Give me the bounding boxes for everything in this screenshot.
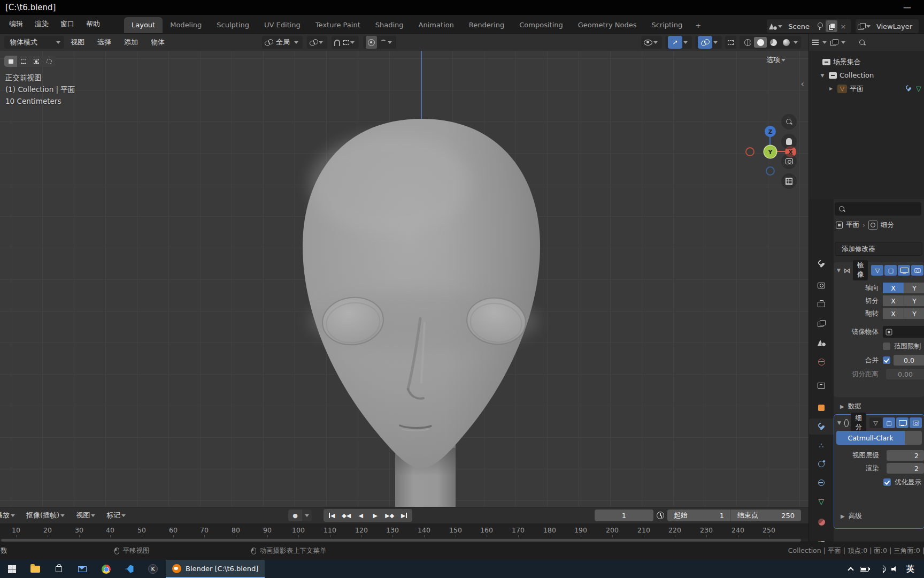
- menu-item[interactable]: 编辑: [3, 15, 29, 33]
- snapping[interactable]: [332, 36, 359, 49]
- transform-orientation[interactable]: 全局: [262, 36, 303, 49]
- gizmos-toggle[interactable]: ↗: [665, 36, 692, 49]
- edit-mode-icon[interactable]: ▢: [884, 265, 897, 276]
- file-explorer-button[interactable]: [24, 560, 47, 578]
- options-dropdown[interactable]: 选项: [766, 55, 787, 65]
- k-app-button[interactable]: K: [141, 560, 165, 578]
- proportional-editing[interactable]: [363, 36, 396, 49]
- blender-task-button[interactable]: Blender [C:\t6.blend]: [166, 560, 265, 578]
- current-frame-field[interactable]: 1: [595, 509, 653, 521]
- chrome-button[interactable]: [94, 560, 118, 578]
- data-section-header[interactable]: ▶ 数据: [834, 400, 924, 412]
- workspace-tab[interactable]: Compositing: [512, 17, 571, 33]
- circle-select-button[interactable]: [43, 56, 56, 67]
- tab-object[interactable]: [809, 400, 834, 416]
- camera-view-button[interactable]: [781, 154, 797, 169]
- jump-to-start-button[interactable]: ◀: [325, 510, 339, 521]
- viewport-menu-item[interactable]: 物体: [144, 37, 171, 47]
- volume-icon[interactable]: [891, 566, 899, 572]
- add-workspace-button[interactable]: +: [690, 18, 706, 33]
- viewport-menu-item[interactable]: 选择: [91, 37, 118, 47]
- bisect-distance-field[interactable]: 0.00: [886, 369, 924, 379]
- menu-item[interactable]: 渲染: [29, 15, 55, 33]
- outliner-row-collection[interactable]: ▼ Collection: [809, 69, 924, 82]
- box-select-new-button[interactable]: [30, 56, 43, 67]
- pan-button[interactable]: [781, 134, 797, 149]
- workspace-tab[interactable]: Rendering: [461, 17, 512, 33]
- edit-mode-icon[interactable]: ▢: [883, 417, 895, 428]
- play-reverse-button[interactable]: ◀: [353, 510, 368, 521]
- workspace-tab[interactable]: UV Editing: [257, 17, 308, 33]
- tab-modifiers[interactable]: [809, 419, 834, 435]
- store-button[interactable]: [47, 560, 71, 578]
- gizmo-z-negative[interactable]: [766, 166, 775, 176]
- clipping-checkbox[interactable]: [883, 343, 890, 350]
- tweak-select-button[interactable]: [4, 56, 17, 67]
- collapse-chevron-icon[interactable]: ▼: [836, 268, 842, 273]
- tab-physics[interactable]: [809, 456, 834, 472]
- timeline-menu-item[interactable]: 视图: [71, 511, 102, 520]
- gizmo-y-positive[interactable]: Y: [764, 146, 776, 158]
- viewport-menu-item[interactable]: 视图: [64, 37, 91, 47]
- start-button[interactable]: [0, 560, 24, 578]
- tab-particles[interactable]: ∴: [809, 437, 834, 453]
- catmull-clark-button[interactable]: Catmull-Clark: [836, 431, 905, 445]
- model-head[interactable]: [0, 51, 808, 507]
- outliner-filter-icon[interactable]: [830, 39, 838, 45]
- visibility-dropdown[interactable]: [641, 36, 662, 49]
- play-button[interactable]: ▶: [368, 510, 382, 521]
- box-select-button[interactable]: [17, 56, 30, 67]
- tab-object-data[interactable]: ▽: [809, 493, 834, 509]
- minimize-button[interactable]: —: [896, 3, 919, 12]
- mirror-object-field[interactable]: [883, 326, 924, 338]
- tab-view-layer[interactable]: [809, 315, 834, 331]
- prev-keyframe-button[interactable]: ◆◀: [339, 510, 353, 521]
- mirror-axis-x[interactable]: X: [883, 283, 904, 293]
- wifi-icon[interactable]: [876, 566, 884, 572]
- bisect-x[interactable]: X: [883, 295, 904, 306]
- gizmo-x-negative[interactable]: [745, 147, 754, 156]
- optimal-display-checkbox[interactable]: [883, 478, 891, 486]
- tab-render[interactable]: [809, 277, 834, 293]
- frame-start-field[interactable]: 起始 1: [667, 509, 730, 521]
- bisect-y[interactable]: Y: [904, 295, 924, 306]
- tab-output[interactable]: [809, 296, 834, 313]
- pin-icon[interactable]: [814, 20, 826, 32]
- keying-dropdown[interactable]: [302, 509, 312, 521]
- realtime-icon[interactable]: [898, 265, 910, 276]
- subdiv-panel-header[interactable]: ▼ 细分 ▽ ▢: [834, 415, 924, 431]
- timeline-menu-item[interactable]: 标记: [102, 511, 132, 520]
- tab-tool[interactable]: [809, 256, 834, 272]
- tab-constraints[interactable]: [809, 475, 834, 491]
- workspace-tab[interactable]: Geometry Nodes: [571, 17, 644, 33]
- tab-material[interactable]: [809, 514, 834, 530]
- mirror-name-field[interactable]: 镜像: [853, 260, 868, 280]
- advanced-section-header[interactable]: ▶ 高级: [834, 510, 924, 522]
- outliner-row-scene-collection[interactable]: 场景集合: [809, 55, 924, 69]
- tab-collection[interactable]: [809, 377, 834, 393]
- gizmo-z-positive[interactable]: Z: [765, 126, 776, 137]
- hidden-icons-chevron[interactable]: [848, 567, 853, 573]
- vscode-button[interactable]: [118, 560, 141, 578]
- scene-selector[interactable]: Scene ×: [767, 19, 851, 33]
- breadcrumb-object[interactable]: 平面: [846, 220, 859, 230]
- workspace-tab[interactable]: Scripting: [644, 17, 690, 33]
- battery-icon[interactable]: [860, 567, 869, 572]
- collapse-arrow-icon[interactable]: ▶: [827, 86, 835, 91]
- tab-scene[interactable]: [809, 334, 834, 351]
- next-keyframe-button[interactable]: ▶◆: [382, 510, 397, 521]
- xray-toggle[interactable]: [725, 36, 736, 49]
- workspace-tab[interactable]: Texture Paint: [308, 17, 368, 33]
- menu-item[interactable]: 帮助: [80, 15, 106, 33]
- timeline-ruler[interactable]: 1020304050607080901001101201301401501601…: [0, 523, 808, 538]
- realtime-icon[interactable]: [896, 417, 908, 428]
- menu-item[interactable]: 窗口: [55, 15, 80, 33]
- ime-indicator[interactable]: 英: [906, 564, 914, 574]
- clock-icon[interactable]: [657, 512, 664, 519]
- collapse-chevron-icon[interactable]: ▼: [836, 420, 842, 425]
- jump-to-end-button[interactable]: ▶: [397, 510, 411, 521]
- solid-shading-button[interactable]: [754, 37, 767, 48]
- mode-dropdown[interactable]: 物体模式: [4, 36, 64, 49]
- frame-end-field[interactable]: 结束点 250: [730, 509, 801, 521]
- mirror-axis-y[interactable]: Y: [904, 283, 924, 293]
